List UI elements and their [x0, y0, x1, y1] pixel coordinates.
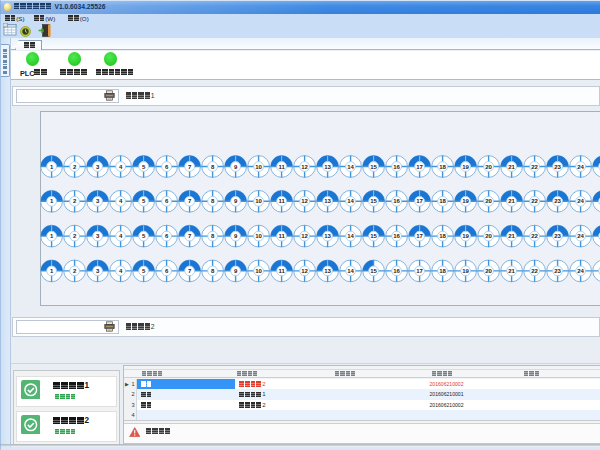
- svg-text:14: 14: [347, 233, 354, 239]
- svg-text:23: 23: [554, 233, 561, 239]
- svg-text:18: 18: [439, 164, 446, 170]
- svg-text:23: 23: [554, 268, 561, 274]
- svg-text:21: 21: [508, 198, 515, 204]
- svg-text:12: 12: [301, 268, 308, 274]
- svg-text:16: 16: [393, 268, 400, 274]
- svg-text:17: 17: [416, 268, 423, 274]
- svg-text:23: 23: [554, 164, 561, 170]
- svg-text:16: 16: [393, 198, 400, 204]
- svg-text:21: 21: [508, 164, 515, 170]
- svg-text:14: 14: [347, 198, 354, 204]
- svg-text:22: 22: [531, 268, 538, 274]
- svg-text:10: 10: [255, 233, 262, 239]
- svg-text:15: 15: [370, 233, 377, 239]
- svg-text:19: 19: [462, 268, 469, 274]
- svg-text:10: 10: [255, 164, 262, 170]
- svg-text:15: 15: [370, 198, 377, 204]
- svg-text:21: 21: [508, 233, 515, 239]
- svg-text:24: 24: [577, 198, 584, 204]
- svg-text:17: 17: [416, 198, 423, 204]
- svg-text:21: 21: [508, 268, 515, 274]
- svg-text:12: 12: [301, 233, 308, 239]
- svg-text:12: 12: [301, 164, 308, 170]
- svg-text:10: 10: [255, 268, 262, 274]
- svg-text:17: 17: [416, 233, 423, 239]
- svg-text:20: 20: [485, 198, 492, 204]
- svg-text:18: 18: [439, 233, 446, 239]
- svg-text:13: 13: [324, 198, 331, 204]
- svg-text:24: 24: [577, 233, 584, 239]
- svg-text:11: 11: [278, 164, 285, 170]
- svg-text:12: 12: [301, 198, 308, 204]
- svg-text:22: 22: [531, 198, 538, 204]
- svg-text:20: 20: [485, 164, 492, 170]
- svg-text:19: 19: [462, 198, 469, 204]
- svg-text:11: 11: [278, 198, 285, 204]
- svg-text:24: 24: [577, 268, 584, 274]
- svg-text:23: 23: [554, 198, 561, 204]
- svg-text:15: 15: [370, 268, 377, 274]
- svg-text:11: 11: [278, 268, 285, 274]
- svg-text:13: 13: [324, 233, 331, 239]
- svg-text:16: 16: [393, 164, 400, 170]
- svg-text:10: 10: [255, 198, 262, 204]
- svg-text:14: 14: [347, 268, 354, 274]
- svg-text:18: 18: [439, 198, 446, 204]
- svg-text:17: 17: [416, 164, 423, 170]
- svg-text:18: 18: [439, 268, 446, 274]
- svg-text:20: 20: [485, 233, 492, 239]
- svg-text:13: 13: [324, 164, 331, 170]
- svg-text:24: 24: [577, 164, 584, 170]
- svg-text:14: 14: [347, 164, 354, 170]
- svg-text:15: 15: [370, 164, 377, 170]
- svg-text:20: 20: [485, 268, 492, 274]
- svg-text:19: 19: [462, 164, 469, 170]
- svg-text:19: 19: [462, 233, 469, 239]
- svg-text:22: 22: [531, 233, 538, 239]
- svg-text:13: 13: [324, 268, 331, 274]
- svg-text:22: 22: [531, 164, 538, 170]
- svg-text:11: 11: [278, 233, 285, 239]
- svg-text:16: 16: [393, 233, 400, 239]
